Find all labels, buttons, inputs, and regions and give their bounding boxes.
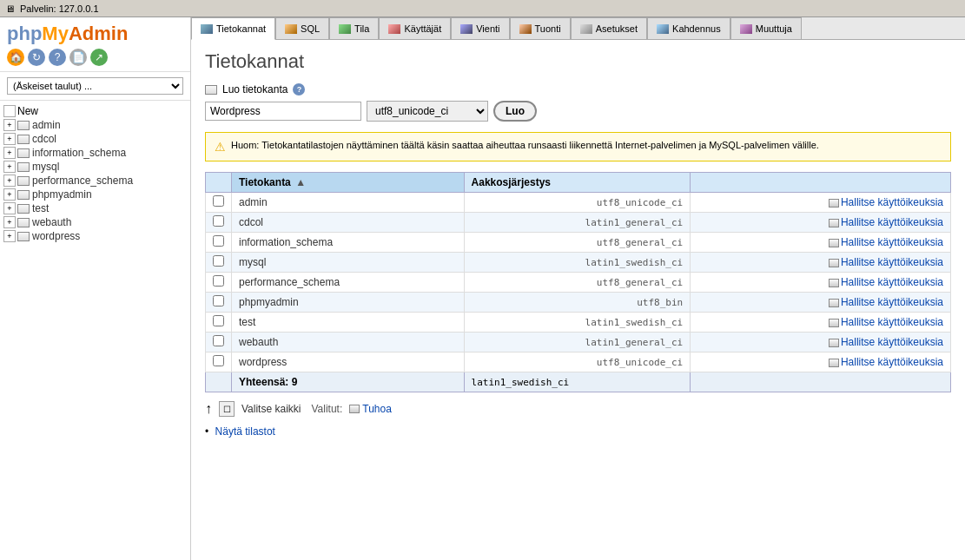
db-actions-cell-webauth[interactable]: Hallitse käyttöikeuksia (691, 333, 951, 352)
table-row[interactable]: cdcollatin1_general_ciHallitse käyttöike… (206, 213, 951, 233)
table-row[interactable]: mysqllatin1_swedish_ciHallitse käyttöike… (206, 253, 951, 273)
db-name-cell-mysql[interactable]: mysql (232, 253, 465, 273)
tab-kahdennus[interactable]: Kahdennus (647, 17, 730, 39)
table-row[interactable]: wordpressutf8_unicode_ciHallitse käyttöi… (206, 352, 951, 372)
create-db-name-input[interactable] (205, 102, 361, 121)
sidebar-item-information-schema[interactable]: + information_schema (0, 146, 190, 160)
row-checkbox-information_schema[interactable] (213, 235, 224, 247)
db-charset-cell-webauth: latin1_general_ci (464, 333, 691, 352)
col-db-header[interactable]: Tietokanta ▲ (232, 173, 465, 193)
recent-tables-select[interactable]: (Äskeiset taulut) ... (7, 77, 183, 95)
db-label-information-schema: information_schema (32, 147, 126, 159)
create-db-help-icon[interactable]: ? (293, 83, 305, 96)
external-icon[interactable]: ↗ (90, 49, 108, 66)
database-table: Tietokanta ▲ Aakkosjärjestys adminutf8_u… (205, 172, 951, 392)
row-checkbox-admin[interactable] (213, 195, 224, 207)
hallitse-link-phpmyadmin[interactable]: Hallitse käyttöikeuksia (841, 296, 943, 308)
table-row[interactable]: performance_schemautf8_general_ciHallits… (206, 273, 951, 293)
hallitse-link-mysql[interactable]: Hallitse käyttöikeuksia (841, 256, 943, 268)
table-row[interactable]: information_schemautf8_general_ciHallits… (206, 233, 951, 253)
db-name-cell-performance_schema[interactable]: performance_schema (232, 273, 465, 293)
help-icon[interactable]: ? (49, 49, 66, 66)
row-checkbox-test[interactable] (213, 315, 224, 326)
db-actions-cell-performance_schema[interactable]: Hallitse käyttöikeuksia (691, 273, 951, 293)
doc-icon[interactable]: 📄 (69, 49, 87, 66)
tab-muuttuja-label: Muuttuja (756, 23, 792, 34)
sidebar-item-mysql[interactable]: + mysql (0, 160, 190, 174)
tab-tuonti[interactable]: Tuonti (510, 17, 571, 39)
db-actions-cell-mysql[interactable]: Hallitse käyttöikeuksia (691, 253, 951, 273)
hallitse-link-test[interactable]: Hallitse käyttöikeuksia (841, 316, 943, 328)
tab-muuttuja[interactable]: Muuttuja (730, 17, 802, 39)
db-label-test: test (32, 202, 49, 214)
table-row[interactable]: testlatin1_swedish_ciHallitse käyttöikeu… (206, 313, 951, 333)
row-checkbox-mysql[interactable] (213, 255, 224, 267)
db-charset-cell-cdcol: latin1_general_ci (464, 213, 691, 233)
row-checkbox-cdcol[interactable] (213, 215, 224, 227)
tab-tietokannat[interactable]: Tietokannat (191, 17, 275, 40)
refresh-icon[interactable]: ↻ (28, 49, 45, 66)
hallitse-link-admin[interactable]: Hallitse käyttöikeuksia (841, 196, 943, 208)
db-name-cell-phpmyadmin[interactable]: phpmyadmin (232, 293, 465, 313)
tab-tila[interactable]: Tila (329, 17, 379, 39)
sidebar-item-test[interactable]: + test (0, 201, 190, 215)
db-name-cell-information_schema[interactable]: information_schema (232, 233, 465, 253)
hallitse-link-webauth[interactable]: Hallitse käyttöikeuksia (841, 336, 943, 348)
db-name-cell-webauth[interactable]: webauth (232, 333, 465, 352)
db-actions-cell-test[interactable]: Hallitse käyttöikeuksia (691, 313, 951, 333)
check-all-button[interactable]: ☐ (219, 401, 235, 417)
sidebar-item-performance-schema[interactable]: + performance_schema (0, 174, 190, 188)
db-actions-cell-wordpress[interactable]: Hallitse käyttöikeuksia (691, 352, 951, 372)
db-icon-test (17, 204, 30, 214)
db-label-webauth: webauth (32, 216, 71, 228)
db-name-cell-cdcol[interactable]: cdcol (232, 213, 465, 233)
db-name-cell-admin[interactable]: admin (232, 193, 465, 213)
toggle-wordpress: + (3, 230, 16, 242)
sidebar-item-admin[interactable]: + admin (0, 118, 190, 132)
db-actions-cell-admin[interactable]: Hallitse käyttöikeuksia (691, 193, 951, 213)
sidebar-item-cdcol[interactable]: + cdcol (0, 132, 190, 146)
bullet-icon: • (205, 425, 208, 438)
row-checkbox-performance_schema[interactable] (213, 275, 224, 287)
table-row[interactable]: webauthlatin1_general_ciHallitse käyttöi… (206, 333, 951, 352)
sidebar-item-wordpress[interactable]: + wordpress (0, 229, 190, 243)
row-checkbox-phpmyadmin[interactable] (213, 295, 224, 306)
db-charset-cell-phpmyadmin: utf8_bin (464, 293, 691, 313)
db-tab-icon (201, 24, 213, 34)
sidebar-item-webauth[interactable]: + webauth (0, 215, 190, 229)
action-icon-mysql (829, 259, 839, 267)
create-db-button[interactable]: Luo (493, 101, 537, 122)
select-all-label[interactable]: Valitse kaikki (241, 403, 301, 415)
db-actions-cell-phpmyadmin[interactable]: Hallitse käyttöikeuksia (691, 293, 951, 313)
row-checkbox-webauth[interactable] (213, 335, 224, 346)
new-db-item[interactable]: New (0, 104, 190, 118)
table-row[interactable]: adminutf8_unicode_ciHallitse käyttöikeuk… (206, 193, 951, 213)
db-select-area[interactable]: (Äskeiset taulut) ... (0, 72, 190, 101)
tab-asetukset[interactable]: Asetukset (571, 17, 647, 39)
hallitse-link-information_schema[interactable]: Hallitse käyttöikeuksia (841, 236, 943, 248)
stats-link[interactable]: Näytä tilastot (215, 425, 275, 438)
db-name-cell-test[interactable]: test (232, 313, 465, 333)
db-actions-cell-cdcol[interactable]: Hallitse käyttöikeuksia (691, 213, 951, 233)
tab-sql[interactable]: SQL (275, 17, 329, 39)
db-actions-cell-information_schema[interactable]: Hallitse käyttöikeuksia (691, 233, 951, 253)
delete-button[interactable]: Tuhoa (349, 403, 392, 415)
col-charset-header[interactable]: Aakkosjärjestys (464, 173, 691, 193)
tab-kayttajat[interactable]: Käyttäjät (379, 17, 451, 39)
create-db-charset-select[interactable]: utf8_unicode_ci utf8_general_ci latin1_s… (367, 101, 488, 122)
hallitse-link-wordpress[interactable]: Hallitse käyttöikeuksia (841, 356, 943, 368)
footer-total-label: Yhteensä: 9 (239, 376, 297, 388)
vienti-tab-icon (460, 24, 473, 34)
row-checkbox-wordpress[interactable] (213, 355, 224, 366)
db-charset-cell-information_schema: utf8_general_ci (464, 233, 691, 253)
tab-vienti[interactable]: Vienti (451, 17, 509, 39)
back-arrow-icon[interactable]: ↑ (205, 401, 212, 417)
footer-checkbox-cell (206, 372, 232, 392)
sidebar-item-phpmyadmin[interactable]: + phpmyadmin (0, 188, 190, 201)
db-name-cell-wordpress[interactable]: wordpress (232, 352, 465, 372)
hallitse-link-cdcol[interactable]: Hallitse käyttöikeuksia (841, 216, 943, 228)
logo-php: php (7, 23, 42, 44)
home-icon[interactable]: 🏠 (7, 49, 24, 66)
table-row[interactable]: phpmyadminutf8_binHallitse käyttöikeuksi… (206, 293, 951, 313)
hallitse-link-performance_schema[interactable]: Hallitse käyttöikeuksia (841, 276, 943, 288)
